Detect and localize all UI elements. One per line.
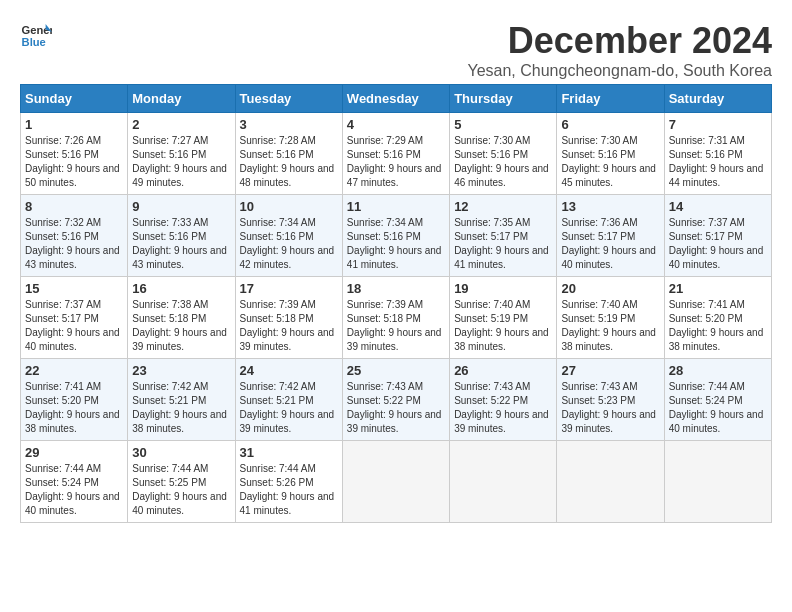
table-row: 11 Sunrise: 7:34 AMSunset: 5:16 PMDaylig… <box>342 195 449 277</box>
table-row <box>664 441 771 523</box>
table-row <box>557 441 664 523</box>
table-row: 15 Sunrise: 7:37 AMSunset: 5:17 PMDaylig… <box>21 277 128 359</box>
day-number: 9 <box>132 199 230 214</box>
table-row: 1 Sunrise: 7:26 AMSunset: 5:16 PMDayligh… <box>21 113 128 195</box>
day-info: Sunrise: 7:39 AMSunset: 5:18 PMDaylight:… <box>347 299 442 352</box>
svg-text:General: General <box>22 24 52 36</box>
header-thursday: Thursday <box>450 85 557 113</box>
day-info: Sunrise: 7:26 AMSunset: 5:16 PMDaylight:… <box>25 135 120 188</box>
day-info: Sunrise: 7:33 AMSunset: 5:16 PMDaylight:… <box>132 217 227 270</box>
day-number: 20 <box>561 281 659 296</box>
day-number: 19 <box>454 281 552 296</box>
day-info: Sunrise: 7:44 AMSunset: 5:25 PMDaylight:… <box>132 463 227 516</box>
table-row: 10 Sunrise: 7:34 AMSunset: 5:16 PMDaylig… <box>235 195 342 277</box>
day-number: 14 <box>669 199 767 214</box>
day-number: 16 <box>132 281 230 296</box>
day-info: Sunrise: 7:29 AMSunset: 5:16 PMDaylight:… <box>347 135 442 188</box>
day-info: Sunrise: 7:43 AMSunset: 5:23 PMDaylight:… <box>561 381 656 434</box>
day-info: Sunrise: 7:41 AMSunset: 5:20 PMDaylight:… <box>25 381 120 434</box>
day-number: 6 <box>561 117 659 132</box>
day-number: 3 <box>240 117 338 132</box>
table-row: 29 Sunrise: 7:44 AMSunset: 5:24 PMDaylig… <box>21 441 128 523</box>
day-number: 1 <box>25 117 123 132</box>
day-info: Sunrise: 7:39 AMSunset: 5:18 PMDaylight:… <box>240 299 335 352</box>
table-row: 30 Sunrise: 7:44 AMSunset: 5:25 PMDaylig… <box>128 441 235 523</box>
table-row: 16 Sunrise: 7:38 AMSunset: 5:18 PMDaylig… <box>128 277 235 359</box>
day-number: 18 <box>347 281 445 296</box>
day-number: 24 <box>240 363 338 378</box>
day-number: 31 <box>240 445 338 460</box>
day-info: Sunrise: 7:31 AMSunset: 5:16 PMDaylight:… <box>669 135 764 188</box>
day-info: Sunrise: 7:34 AMSunset: 5:16 PMDaylight:… <box>347 217 442 270</box>
table-row: 27 Sunrise: 7:43 AMSunset: 5:23 PMDaylig… <box>557 359 664 441</box>
day-number: 11 <box>347 199 445 214</box>
day-number: 5 <box>454 117 552 132</box>
day-number: 26 <box>454 363 552 378</box>
table-row: 19 Sunrise: 7:40 AMSunset: 5:19 PMDaylig… <box>450 277 557 359</box>
day-info: Sunrise: 7:43 AMSunset: 5:22 PMDaylight:… <box>454 381 549 434</box>
header-tuesday: Tuesday <box>235 85 342 113</box>
day-number: 4 <box>347 117 445 132</box>
logo-icon: General Blue <box>20 20 52 52</box>
day-info: Sunrise: 7:28 AMSunset: 5:16 PMDaylight:… <box>240 135 335 188</box>
table-row: 20 Sunrise: 7:40 AMSunset: 5:19 PMDaylig… <box>557 277 664 359</box>
table-row: 22 Sunrise: 7:41 AMSunset: 5:20 PMDaylig… <box>21 359 128 441</box>
day-info: Sunrise: 7:30 AMSunset: 5:16 PMDaylight:… <box>561 135 656 188</box>
day-info: Sunrise: 7:43 AMSunset: 5:22 PMDaylight:… <box>347 381 442 434</box>
day-info: Sunrise: 7:42 AMSunset: 5:21 PMDaylight:… <box>132 381 227 434</box>
calendar-body: 1 Sunrise: 7:26 AMSunset: 5:16 PMDayligh… <box>21 113 772 523</box>
calendar-table: Sunday Monday Tuesday Wednesday Thursday… <box>20 84 772 523</box>
day-number: 2 <box>132 117 230 132</box>
day-number: 25 <box>347 363 445 378</box>
table-row: 9 Sunrise: 7:33 AMSunset: 5:16 PMDayligh… <box>128 195 235 277</box>
svg-text:Blue: Blue <box>22 36 46 48</box>
day-info: Sunrise: 7:44 AMSunset: 5:24 PMDaylight:… <box>669 381 764 434</box>
day-number: 17 <box>240 281 338 296</box>
table-row: 24 Sunrise: 7:42 AMSunset: 5:21 PMDaylig… <box>235 359 342 441</box>
day-number: 23 <box>132 363 230 378</box>
day-number: 22 <box>25 363 123 378</box>
title-area: December 2024 Yesan, Chungcheongnam-do, … <box>467 20 772 80</box>
table-row: 26 Sunrise: 7:43 AMSunset: 5:22 PMDaylig… <box>450 359 557 441</box>
table-row: 17 Sunrise: 7:39 AMSunset: 5:18 PMDaylig… <box>235 277 342 359</box>
month-title: December 2024 <box>467 20 772 62</box>
table-row <box>342 441 449 523</box>
table-row: 28 Sunrise: 7:44 AMSunset: 5:24 PMDaylig… <box>664 359 771 441</box>
day-info: Sunrise: 7:37 AMSunset: 5:17 PMDaylight:… <box>25 299 120 352</box>
day-info: Sunrise: 7:35 AMSunset: 5:17 PMDaylight:… <box>454 217 549 270</box>
day-info: Sunrise: 7:44 AMSunset: 5:24 PMDaylight:… <box>25 463 120 516</box>
table-row: 12 Sunrise: 7:35 AMSunset: 5:17 PMDaylig… <box>450 195 557 277</box>
day-number: 15 <box>25 281 123 296</box>
logo: General Blue <box>20 20 52 52</box>
table-row <box>450 441 557 523</box>
day-number: 13 <box>561 199 659 214</box>
table-row: 21 Sunrise: 7:41 AMSunset: 5:20 PMDaylig… <box>664 277 771 359</box>
table-row: 5 Sunrise: 7:30 AMSunset: 5:16 PMDayligh… <box>450 113 557 195</box>
day-info: Sunrise: 7:44 AMSunset: 5:26 PMDaylight:… <box>240 463 335 516</box>
table-row: 25 Sunrise: 7:43 AMSunset: 5:22 PMDaylig… <box>342 359 449 441</box>
day-number: 12 <box>454 199 552 214</box>
day-info: Sunrise: 7:42 AMSunset: 5:21 PMDaylight:… <box>240 381 335 434</box>
day-info: Sunrise: 7:40 AMSunset: 5:19 PMDaylight:… <box>454 299 549 352</box>
table-row: 31 Sunrise: 7:44 AMSunset: 5:26 PMDaylig… <box>235 441 342 523</box>
day-number: 29 <box>25 445 123 460</box>
table-row: 7 Sunrise: 7:31 AMSunset: 5:16 PMDayligh… <box>664 113 771 195</box>
day-info: Sunrise: 7:37 AMSunset: 5:17 PMDaylight:… <box>669 217 764 270</box>
day-number: 21 <box>669 281 767 296</box>
day-info: Sunrise: 7:36 AMSunset: 5:17 PMDaylight:… <box>561 217 656 270</box>
header-monday: Monday <box>128 85 235 113</box>
day-info: Sunrise: 7:30 AMSunset: 5:16 PMDaylight:… <box>454 135 549 188</box>
day-number: 8 <box>25 199 123 214</box>
header-wednesday: Wednesday <box>342 85 449 113</box>
day-number: 28 <box>669 363 767 378</box>
table-row: 14 Sunrise: 7:37 AMSunset: 5:17 PMDaylig… <box>664 195 771 277</box>
header-sunday: Sunday <box>21 85 128 113</box>
table-row: 13 Sunrise: 7:36 AMSunset: 5:17 PMDaylig… <box>557 195 664 277</box>
table-row: 8 Sunrise: 7:32 AMSunset: 5:16 PMDayligh… <box>21 195 128 277</box>
table-row: 18 Sunrise: 7:39 AMSunset: 5:18 PMDaylig… <box>342 277 449 359</box>
header-friday: Friday <box>557 85 664 113</box>
table-row: 23 Sunrise: 7:42 AMSunset: 5:21 PMDaylig… <box>128 359 235 441</box>
table-row: 6 Sunrise: 7:30 AMSunset: 5:16 PMDayligh… <box>557 113 664 195</box>
day-info: Sunrise: 7:41 AMSunset: 5:20 PMDaylight:… <box>669 299 764 352</box>
header: General Blue December 2024 Yesan, Chungc… <box>20 20 772 80</box>
